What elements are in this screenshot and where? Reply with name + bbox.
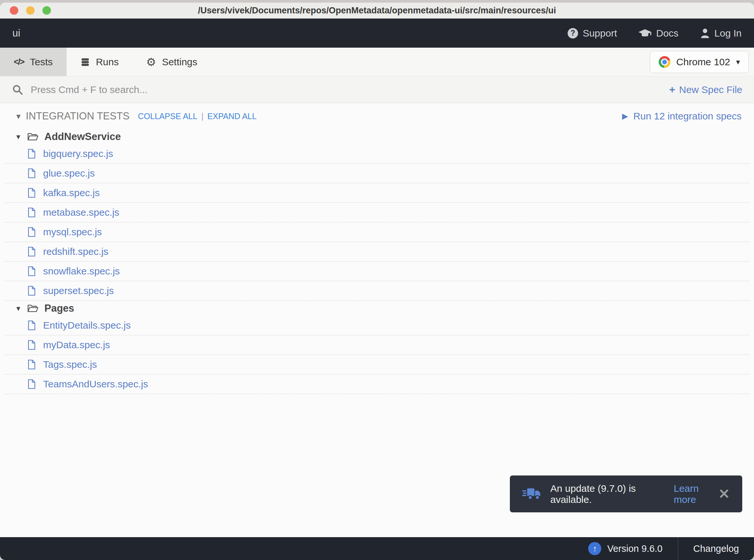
app-window: /Users/vivek/Documents/repos/OpenMetadat… [0, 3, 754, 560]
tab-tests-label: Tests [30, 57, 53, 67]
update-truck-icon [522, 487, 541, 501]
spec-file-name: bigquery.spec.js [43, 148, 113, 159]
update-message: An update (9.7.0) is available. [550, 483, 666, 505]
spec-file-name: EntityDetails.spec.js [43, 320, 131, 331]
chevron-down-icon: ▾ [736, 57, 740, 66]
help-icon: ? [568, 28, 578, 39]
support-label: Support [583, 28, 617, 39]
login-label: Log In [715, 28, 741, 39]
spec-file-name: myData.spec.js [43, 339, 110, 351]
zoom-window-button[interactable] [42, 6, 51, 15]
section-collapse-caret-icon[interactable]: ▾ [16, 111, 21, 121]
browser-select-dropdown[interactable]: Chrome 102 ▾ [650, 51, 749, 73]
chrome-icon [659, 56, 671, 68]
play-icon: ▶ [622, 112, 628, 121]
link-separator: | [201, 112, 204, 121]
update-arrow-icon: ↑ [588, 542, 601, 555]
spec-file-row[interactable]: bigquery.spec.js [4, 144, 750, 164]
search-input[interactable] [31, 84, 669, 95]
browser-select-label: Chrome 102 [676, 57, 730, 67]
search-icon [12, 84, 23, 96]
version-label: Version 9.6.0 [607, 543, 662, 554]
login-link[interactable]: Log In [700, 28, 741, 39]
tab-bar: </> Tests Runs ⚙ Settings Chrome 102 ▾ [0, 48, 754, 76]
gear-icon: ⚙ [146, 56, 156, 68]
file-icon [27, 246, 36, 257]
new-spec-file-label: New Spec File [679, 84, 742, 95]
spec-file-name: kafka.spec.js [43, 187, 100, 198]
spec-file-name: redshift.spec.js [43, 246, 108, 257]
tab-runs-label: Runs [96, 57, 119, 67]
folder-name: Pages [44, 302, 74, 314]
code-icon: </> [14, 57, 24, 67]
changelog-button[interactable]: Changelog [678, 537, 754, 560]
file-icon [27, 188, 36, 198]
section-title: INTEGRATION TESTS [26, 110, 130, 122]
spec-file-name: snowflake.spec.js [43, 266, 120, 277]
header-links: ? Support Docs [568, 28, 741, 39]
file-icon [27, 379, 36, 389]
spec-file-row[interactable]: metabase.spec.js [4, 203, 750, 223]
search-bar: + New Spec File [0, 76, 754, 103]
spec-file-row[interactable]: myData.spec.js [4, 336, 750, 355]
tab-settings-label: Settings [162, 57, 197, 67]
file-icon [27, 168, 36, 179]
learn-more-link[interactable]: Learn more [674, 483, 718, 505]
graduation-cap-icon [638, 29, 652, 38]
version-button[interactable]: ↑ Version 9.6.0 [573, 537, 677, 560]
plus-icon: + [669, 83, 675, 96]
docs-link[interactable]: Docs [638, 28, 678, 39]
new-spec-file-button[interactable]: + New Spec File [669, 83, 742, 96]
expand-all-link[interactable]: EXPAND ALL [207, 112, 257, 121]
docs-label: Docs [656, 28, 678, 39]
project-name: ui [13, 27, 20, 39]
file-icon [27, 320, 36, 331]
spec-file-row[interactable]: TeamsAndUsers.spec.js [4, 375, 750, 394]
section-links: COLLAPSE ALL | EXPAND ALL [138, 112, 257, 121]
tab-tests[interactable]: </> Tests [0, 48, 66, 76]
close-icon[interactable]: ✕ [718, 487, 730, 501]
folder-row-addnewservice[interactable]: ▾ AddNewService [0, 129, 754, 144]
spec-file-row[interactable]: superset.spec.js [4, 281, 750, 301]
spec-file-name: Tags.spec.js [43, 359, 97, 370]
run-all-specs-button[interactable]: ▶ Run 12 integration specs [622, 111, 741, 122]
spec-file-row[interactable]: Tags.spec.js [4, 355, 750, 375]
spec-file-name: mysql.spec.js [43, 226, 102, 238]
collapse-all-link[interactable]: COLLAPSE ALL [138, 112, 197, 121]
open-folder-icon [27, 132, 39, 141]
spec-file-row[interactable]: redshift.spec.js [4, 242, 750, 262]
spec-file-name: metabase.spec.js [43, 207, 119, 218]
update-toast: An update (9.7.0) is available. Learn mo… [510, 476, 742, 512]
spec-file-row[interactable]: snowflake.spec.js [4, 262, 750, 281]
tab-runs[interactable]: Runs [66, 48, 133, 76]
file-icon [27, 227, 36, 237]
folder-row-pages[interactable]: ▾ Pages [0, 301, 754, 316]
spec-file-name: TeamsAndUsers.spec.js [43, 379, 148, 389]
integration-tests-header: ▾ INTEGRATION TESTS COLLAPSE ALL | EXPAN… [0, 103, 754, 129]
folder-caret-icon: ▾ [16, 304, 27, 313]
file-icon [27, 266, 36, 276]
footer-bar: ↑ Version 9.6.0 Changelog [0, 537, 754, 560]
user-icon [700, 28, 710, 39]
close-window-button[interactable] [10, 6, 18, 15]
window-title-path: /Users/vivek/Documents/repos/OpenMetadat… [198, 5, 556, 16]
tab-settings[interactable]: ⚙ Settings [133, 48, 211, 76]
file-icon [27, 285, 36, 296]
file-icon [27, 207, 36, 218]
spec-file-name: glue.spec.js [43, 168, 95, 179]
run-all-specs-label: Run 12 integration specs [633, 111, 741, 122]
file-icon [27, 148, 36, 159]
app-header: ui ? Support Docs [0, 19, 754, 48]
open-folder-icon [27, 304, 39, 313]
spec-file-row[interactable]: mysql.spec.js [4, 223, 750, 242]
spec-file-row[interactable]: glue.spec.js [4, 164, 750, 183]
spec-file-row[interactable]: kafka.spec.js [4, 183, 750, 203]
file-icon [27, 340, 36, 350]
file-icon [27, 359, 36, 370]
folder-caret-icon: ▾ [16, 132, 27, 141]
macos-titlebar: /Users/vivek/Documents/repos/OpenMetadat… [0, 3, 754, 19]
spec-list-panel: ▾ INTEGRATION TESTS COLLAPSE ALL | EXPAN… [0, 103, 754, 537]
spec-file-row[interactable]: EntityDetails.spec.js [4, 316, 750, 336]
minimize-window-button[interactable] [26, 6, 35, 15]
support-link[interactable]: ? Support [568, 28, 617, 39]
